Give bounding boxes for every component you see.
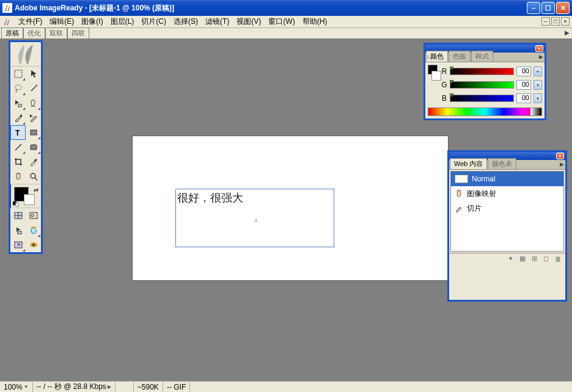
swap-colors-icon[interactable]: ⇄ [34, 187, 38, 194]
panel-swatch[interactable] [428, 65, 440, 85]
delete-icon[interactable]: 🗑 [555, 255, 562, 263]
doc-close-button[interactable]: × [561, 17, 570, 26]
image-map-select-tool[interactable] [10, 96, 26, 111]
tabs-menu-icon[interactable]: ▶ [565, 29, 570, 36]
doc-restore-button[interactable]: □ [551, 17, 560, 26]
svg-line-13 [35, 178, 37, 180]
jump-to-button[interactable] [10, 238, 26, 252]
menu-slice[interactable]: 切片(C) [138, 15, 170, 28]
text-content: 很好，很强大 [177, 191, 243, 205]
slice-select-tool[interactable] [26, 111, 41, 125]
doc-minimize-button[interactable]: – [541, 17, 550, 26]
app-small-icon [2, 18, 11, 26]
maximize-button[interactable]: ☐ [541, 2, 555, 14]
type-tool[interactable]: T [10, 125, 26, 140]
menu-view[interactable]: 视图(V) [233, 15, 265, 28]
hand-tool[interactable] [10, 169, 26, 184]
rollover-preview-button[interactable] [10, 223, 26, 238]
zoom-level[interactable]: 100%▼ [0, 382, 33, 392]
rollover-icon[interactable]: ✦ [508, 255, 513, 263]
web-panel-close-button[interactable]: × [556, 153, 564, 159]
menu-file[interactable]: 文件(F) [15, 15, 46, 28]
g-dropdown[interactable]: ▾ [534, 80, 542, 90]
r-dropdown[interactable]: ▾ [534, 67, 542, 76]
color-panel-close-button[interactable]: × [535, 45, 543, 52]
b-dropdown[interactable]: ▾ [534, 93, 542, 103]
menu-edit[interactable]: 编辑(E) [46, 15, 78, 28]
list-item-slice[interactable]: 切片 [451, 201, 563, 216]
svg-rect-6 [18, 104, 21, 107]
list-item-label: Normal [472, 175, 496, 183]
color-panel: × ⠿ 颜色 色板 样式 ▶ R 00 ▾ G 00 ▾ [424, 43, 546, 120]
shape-tool[interactable] [26, 125, 41, 140]
tab-color-table[interactable]: 颜色表 [488, 158, 516, 169]
menu-filter[interactable]: 滤镜(T) [202, 15, 233, 28]
list-item-normal[interactable]: Normal [451, 172, 563, 186]
svg-point-12 [31, 173, 35, 178]
b-slider[interactable] [450, 95, 514, 102]
menu-window[interactable]: 窗口(W) [265, 15, 298, 28]
tab-web-content[interactable]: Web 内容 [450, 158, 487, 169]
crop-tool[interactable] [10, 154, 26, 169]
web-panel-menu-icon[interactable]: ▶ [560, 161, 564, 167]
new-item-icon[interactable]: ◻ [543, 255, 549, 263]
color-panel-menu-icon[interactable]: ▶ [539, 54, 543, 60]
tab-swatches[interactable]: 色板 [449, 51, 471, 62]
file-format: -- GIF [163, 382, 190, 392]
new-state-icon[interactable]: ⊞ [532, 255, 537, 263]
text-edit-box[interactable]: 很好，很强大 × [175, 189, 334, 247]
r-slider[interactable] [450, 68, 514, 75]
g-slider[interactable] [450, 81, 514, 89]
g-value[interactable]: 00 [516, 80, 531, 90]
hand-icon [455, 189, 463, 198]
magic-wand-tool[interactable] [26, 81, 41, 96]
zoom-tool[interactable] [26, 169, 41, 184]
doc-tab-optimized[interactable]: 优化 [23, 27, 45, 38]
menu-layer[interactable]: 图层(L) [107, 15, 138, 28]
minimize-button[interactable]: – [527, 2, 540, 14]
background-color-swatch[interactable] [24, 194, 35, 205]
menu-image[interactable]: 图像(I) [78, 15, 106, 28]
svg-text:T: T [15, 129, 20, 137]
b-value[interactable]: 00 [516, 93, 531, 103]
menu-select[interactable]: 选择(S) [170, 15, 202, 28]
toggle-slices-button[interactable] [10, 208, 26, 223]
move-tool[interactable] [26, 67, 41, 81]
download-time[interactable]: -- / -- 秒 @ 28.8 Kbps▶ [33, 382, 116, 392]
svg-rect-0 [15, 70, 22, 78]
panel-grip-icon[interactable]: ⠿ [427, 55, 430, 60]
r-label: R [441, 67, 447, 76]
color-spectrum[interactable] [428, 107, 542, 116]
lasso-tool[interactable] [10, 81, 26, 96]
menu-help[interactable]: 帮助(H) [299, 15, 331, 28]
preview-document-button[interactable] [26, 238, 41, 252]
tab-styles[interactable]: 样式 [471, 51, 493, 62]
svg-rect-19 [18, 231, 21, 234]
doc-tab-original[interactable]: 原稿 [1, 27, 23, 38]
image-map-tool[interactable] [26, 96, 41, 111]
toolbox-header-icon [10, 42, 41, 67]
default-colors-icon[interactable] [13, 201, 20, 206]
new-layer-slice-icon[interactable]: ▦ [519, 255, 526, 263]
slice-tool[interactable] [10, 111, 26, 125]
tab-rectangle-tool[interactable] [26, 140, 41, 154]
toggle-maps-button[interactable] [26, 208, 41, 223]
app-logo-icon [2, 3, 12, 13]
preview-browser-button[interactable]: e [26, 223, 41, 238]
svg-text:e: e [32, 226, 36, 234]
color-swatch-area[interactable]: ⇄ [10, 184, 41, 208]
marquee-tool[interactable] [10, 67, 26, 81]
window-title: Adobe ImageReady - [未标题-1 @ 100% (原稿)] [15, 3, 527, 13]
doc-tab-4up[interactable]: 四联 [67, 27, 89, 38]
list-item-image-map[interactable]: 图像映射 [451, 186, 563, 201]
knife-icon [455, 204, 463, 212]
close-button[interactable]: ✕ [556, 2, 570, 14]
eyedropper-tool[interactable] [26, 154, 41, 169]
file-size: ~590K [134, 382, 163, 392]
r-value[interactable]: 00 [516, 67, 531, 76]
doc-tab-2up[interactable]: 双联 [45, 27, 67, 38]
svg-rect-7 [20, 115, 22, 117]
svg-line-2 [31, 87, 35, 91]
line-tool[interactable] [10, 140, 26, 154]
document-canvas[interactable]: 很好，很强大 × [132, 136, 449, 281]
